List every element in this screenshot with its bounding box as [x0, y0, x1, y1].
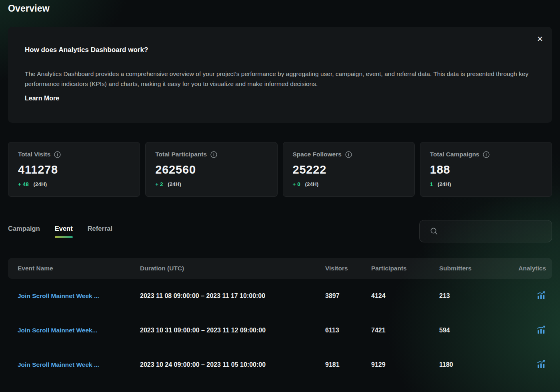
tab-label: Referral	[88, 225, 112, 232]
kpi-card-total-visits: Total Visits 411278 + 48 (24H)	[8, 142, 140, 197]
table-row: Join Scroll Mainnet Week... 2023 10 31 0…	[8, 313, 552, 348]
kpi-label: Total Participants	[155, 151, 207, 158]
tabs-and-search: Campaign Event Referral	[8, 220, 552, 242]
event-name-link[interactable]: Join Scroll Mainnet Week ...	[18, 361, 99, 368]
info-banner: ✕ How does Analytics Dashboard work? The…	[8, 27, 552, 123]
kpi-period: (24H)	[438, 181, 451, 187]
search-icon	[430, 227, 438, 235]
info-icon[interactable]	[210, 151, 217, 158]
kpi-delta: + 2	[155, 181, 163, 187]
participants-value: 7421	[371, 327, 439, 334]
event-duration: 2023 11 08 09:00:00 – 2023 11 17 10:00:0…	[140, 292, 325, 300]
kpi-cards: Total Visits 411278 + 48 (24H) Total Par…	[8, 142, 552, 197]
analytics-chart-icon[interactable]	[537, 360, 546, 368]
kpi-period: (24H)	[33, 181, 47, 187]
kpi-delta: 1	[430, 181, 433, 187]
close-icon[interactable]: ✕	[534, 32, 546, 45]
table-row: Join Scroll Mainnet Week ... 2023 10 24 …	[8, 348, 552, 382]
submitters-value: 594	[439, 327, 515, 334]
search-box[interactable]	[419, 220, 552, 242]
kpi-value: 25222	[293, 163, 405, 176]
kpi-period: (24H)	[305, 181, 318, 187]
search-input[interactable]	[443, 228, 545, 235]
info-icon[interactable]	[54, 151, 61, 158]
column-header-analytics: Analytics	[515, 265, 546, 272]
visitors-value: 3897	[325, 292, 371, 300]
kpi-delta: + 48	[18, 181, 29, 187]
page-title: Overview	[8, 3, 552, 14]
column-header-visitors: Visitors	[325, 265, 371, 272]
info-icon[interactable]	[483, 151, 490, 158]
active-tab-indicator	[55, 236, 73, 238]
tab-event[interactable]: Event	[55, 225, 73, 238]
info-icon[interactable]	[345, 151, 352, 158]
submitters-value: 1180	[439, 361, 515, 368]
event-duration: 2023 10 31 09:00:00 – 2023 11 12 09:00:0…	[140, 327, 325, 334]
kpi-value: 188	[430, 163, 542, 176]
column-header-submitters: Submitters	[439, 265, 515, 272]
kpi-label: Total Campaigns	[430, 151, 480, 158]
table-row: Join Scroll Mainnet Week ... 2023 11 08 …	[8, 279, 552, 313]
kpi-label: Space Followers	[293, 151, 342, 158]
event-duration: 2023 10 24 09:00:00 – 2023 11 05 10:00:0…	[140, 361, 325, 368]
visitors-value: 6113	[325, 327, 371, 334]
kpi-card-space-followers: Space Followers 25222 + 0 (24H)	[283, 142, 415, 197]
column-header-duration: Duration (UTC)	[140, 265, 325, 272]
tab-label: Campaign	[8, 225, 40, 232]
tab-label: Event	[55, 225, 73, 232]
participants-value: 9129	[371, 361, 439, 368]
banner-description: The Analytics Dashboard provides a compr…	[25, 69, 534, 89]
event-name-link[interactable]: Join Scroll Mainnet Week ...	[18, 292, 99, 299]
banner-title: How does Analytics Dashboard work?	[25, 46, 538, 54]
kpi-card-total-participants: Total Participants 262560 + 2 (24H)	[145, 142, 277, 197]
column-header-event-name: Event Name	[18, 265, 140, 272]
kpi-period: (24H)	[168, 181, 181, 187]
tab-referral[interactable]: Referral	[88, 225, 112, 238]
learn-more-link[interactable]: Learn More	[25, 95, 59, 102]
event-name-link[interactable]: Join Scroll Mainnet Week...	[18, 327, 98, 334]
kpi-card-total-campaigns: Total Campaigns 188 1 (24H)	[420, 142, 552, 197]
overview-page: Overview ✕ How does Analytics Dashboard …	[0, 0, 560, 382]
analytics-chart-icon[interactable]	[537, 326, 546, 334]
submitters-value: 213	[439, 292, 515, 300]
kpi-delta: + 0	[293, 181, 300, 187]
kpi-value: 411278	[18, 163, 130, 176]
tab-bar: Campaign Event Referral	[8, 225, 112, 238]
column-header-participants: Participants	[371, 265, 439, 272]
events-table: Event Name Duration (UTC) Visitors Parti…	[8, 258, 552, 382]
table-header-row: Event Name Duration (UTC) Visitors Parti…	[8, 258, 552, 279]
kpi-label: Total Visits	[18, 151, 50, 158]
participants-value: 4124	[371, 292, 439, 300]
visitors-value: 9181	[325, 361, 371, 368]
analytics-chart-icon[interactable]	[537, 291, 546, 300]
tab-campaign[interactable]: Campaign	[8, 225, 40, 238]
kpi-value: 262560	[155, 163, 267, 176]
